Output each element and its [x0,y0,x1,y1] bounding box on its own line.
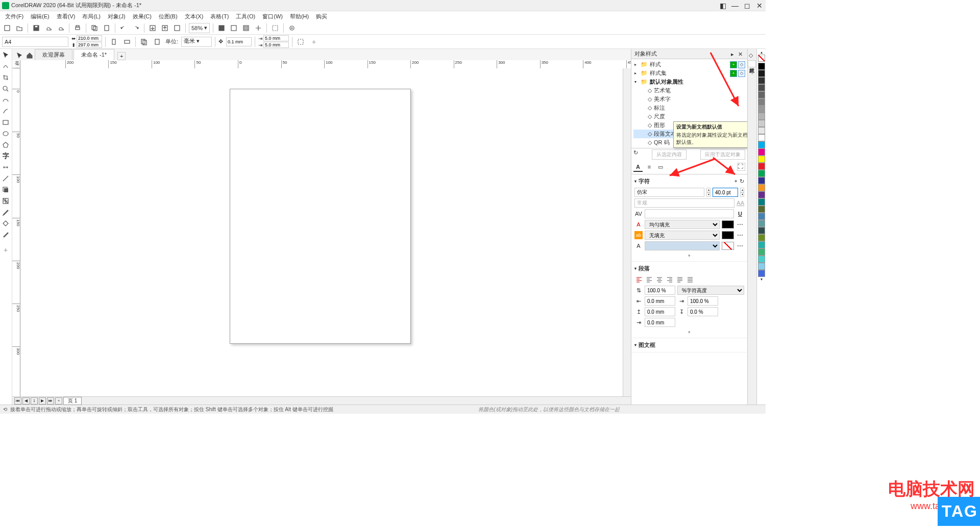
align-none-button[interactable] [634,275,644,284]
no-color-swatch[interactable] [758,55,765,62]
outline-color-chip[interactable] [722,242,734,250]
menu-tools[interactable]: 工具(O) [233,12,258,21]
color-swatch[interactable] [758,227,765,234]
cloud-down-button[interactable] [56,23,66,33]
menu-edit[interactable]: 编辑(E) [28,12,53,21]
palette-down-icon[interactable]: ▾ [761,277,763,282]
tree-item-callout[interactable]: ◇ 标注 [633,104,745,112]
underline-icon[interactable]: U [736,210,744,218]
tab-document[interactable]: 未命名 -1* [74,49,114,60]
close-button[interactable]: ✕ [755,2,764,10]
color-swatch[interactable] [758,220,765,227]
menu-text[interactable]: 文本(X) [182,12,207,21]
import-button[interactable] [148,23,158,33]
save-button[interactable] [31,23,41,33]
print-button[interactable] [72,23,83,33]
frame-group-title[interactable]: 图文框 [634,340,744,350]
tree-item-artistic[interactable]: ◇ 艺术笔 [633,86,745,95]
parallel-dim-tool[interactable] [0,162,11,172]
char-expand-icon[interactable]: ▾ [634,252,744,259]
freehand-tool[interactable] [0,95,11,105]
menu-view[interactable]: 查看(V) [54,12,79,21]
color-swatch[interactable] [758,241,765,248]
paste-button[interactable] [102,23,112,33]
docker-tab-icon-1[interactable]: ◇ [749,52,756,59]
space-after-input[interactable] [688,307,718,316]
menu-layout[interactable]: 布局(L) [79,12,103,21]
add-tool-button[interactable]: + [0,245,11,255]
cloud-up-button[interactable] [43,23,54,33]
horizontal-scrollbar[interactable] [84,397,631,405]
vertical-ruler[interactable]: 050100150200250300 [12,68,20,396]
color-swatch[interactable] [758,270,765,277]
new-style-button[interactable]: + [730,61,737,68]
current-page-button[interactable] [152,37,162,47]
color-swatch[interactable] [758,77,765,84]
page[interactable] [230,89,411,344]
styleset-link-icon[interactable]: ◇ [738,70,745,77]
outline-more-button[interactable]: ⋯ [736,242,744,249]
notify-icon[interactable]: ◧ [719,2,727,10]
tree-defaults[interactable]: ▾📁 默认对象属性 [633,78,745,86]
page-height-input[interactable] [77,42,102,48]
bg-more-button[interactable]: ⋯ [736,232,744,239]
color-swatch[interactable] [758,206,765,213]
add-tab-button[interactable]: + [117,52,126,60]
options-button[interactable] [270,23,280,33]
align-left-button[interactable] [645,275,654,284]
color-swatch[interactable] [758,91,765,98]
next-page-button[interactable]: ▶ [39,397,46,405]
color-swatch[interactable] [758,113,765,120]
all-pages-button[interactable] [139,37,149,47]
rectangle-tool[interactable] [0,117,11,128]
color-swatch[interactable] [758,177,765,184]
dup-y-input[interactable] [263,42,289,48]
outline-tool[interactable] [0,230,11,240]
menu-bitmap[interactable]: 位图(B) [156,12,181,21]
fill-type-combo[interactable]: 均匀填充 [645,220,720,229]
connector-tool[interactable] [0,173,11,184]
color-swatch[interactable] [758,191,765,198]
menu-buy[interactable]: 购买 [313,12,330,21]
color-swatch[interactable] [758,106,765,113]
eyedropper-tool[interactable] [0,207,11,217]
page-size-combo[interactable]: A4 [2,37,68,47]
menu-effects[interactable]: 效果(C) [130,12,155,21]
font-size-input[interactable] [713,188,738,197]
export-button[interactable] [160,23,170,33]
open-button[interactable] [14,23,24,33]
color-swatch[interactable] [758,234,765,241]
canvas[interactable] [20,68,623,396]
font-style-combo[interactable] [634,198,734,208]
fill-color-chip[interactable] [722,220,734,229]
first-indent-input[interactable] [645,318,675,327]
copy-button[interactable] [89,23,100,33]
tab-paragraph[interactable]: ≡ [645,163,654,172]
text-tool[interactable]: 字 [0,151,11,161]
menu-help[interactable]: 帮助(H) [287,12,312,21]
color-swatch[interactable] [758,134,765,141]
palette-up-icon[interactable]: ▴ [761,50,763,55]
new-styleset-button[interactable]: + [730,70,737,77]
vertical-scrollbar[interactable] [623,68,631,396]
artistic-media-tool[interactable] [0,106,11,116]
color-swatch[interactable] [758,70,765,77]
fill-tool[interactable] [0,218,11,229]
page-width-input[interactable] [77,35,102,41]
tree-item-dimension[interactable]: ◇ 尺度 [633,112,745,121]
add-preset-button[interactable]: + [309,37,319,47]
docker-expand-icon[interactable]: ▸ [731,51,737,57]
bg-fill-combo[interactable]: 无填充 [645,231,720,240]
tree-item-artistictext[interactable]: ◇ 美术字 [633,95,745,104]
unit-combo[interactable]: 毫米 ▾ [181,37,212,47]
dup-x-input[interactable] [263,35,289,41]
first-page-button[interactable]: ⏮ [14,397,21,405]
prev-page-button[interactable]: ◀ [22,397,30,405]
color-swatch[interactable] [758,148,765,156]
color-swatch[interactable] [758,98,765,106]
tab-frame[interactable]: ▭ [656,163,665,172]
snap-button[interactable] [229,23,239,33]
color-swatch[interactable] [758,84,765,91]
align-center-button[interactable] [655,275,664,284]
color-swatch[interactable] [758,213,765,220]
